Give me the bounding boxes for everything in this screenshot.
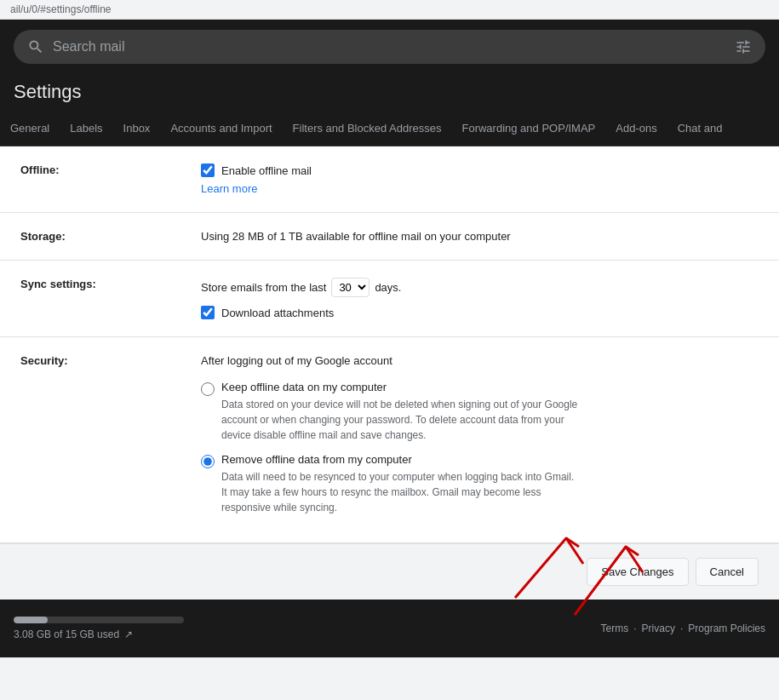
tab-labels[interactable]: Labels [60,113,112,146]
tab-filters[interactable]: Filters and Blocked Addresses [283,113,452,146]
remove-data-radio[interactable] [201,455,215,468]
tab-forwarding[interactable]: Forwarding and POP/IMAP [451,113,605,146]
url-bar: ail/u/0/#settings/offline [0,0,779,20]
store-prefix: Store emails from the last [201,281,326,294]
nav-tabs: General Labels Inbox Accounts and Import… [0,113,779,146]
security-subheader: After logging out of my Google account [201,354,765,367]
cancel-button[interactable]: Cancel [696,558,759,586]
sync-content: Store emails from the last 7 14 30 60 90… [187,261,779,337]
storage-label: Storage: [0,213,187,261]
remove-data-wrapper: Remove offline data from my computer Dat… [201,453,765,515]
sync-days-row: Store emails from the last 7 14 30 60 90… [201,278,765,297]
keep-data-radio[interactable] [201,382,215,396]
offline-row: Offline: Enable offline mail Learn more [0,146,779,213]
storage-info: 3.08 GB of 15 GB used ↗ [14,617,184,640]
security-label: Security: [0,337,187,543]
remove-data-description: Data will need to be resynced to your co… [221,469,579,515]
tab-inbox[interactable]: Inbox [113,113,161,146]
keep-data-description: Data stored on your device will not be d… [221,397,579,443]
storage-used-text: 3.08 GB of 15 GB used [14,628,119,640]
search-input[interactable] [53,39,726,55]
download-attachments-wrapper: Download attachments [201,306,765,319]
tune-icon[interactable] [735,38,752,55]
program-policies-link[interactable]: Program Policies [688,623,765,634]
offline-content: Enable offline mail Learn more [187,146,779,213]
remove-data-content: Remove offline data from my computer Dat… [221,453,579,515]
settings-table: Offline: Enable offline mail Learn more … [0,146,779,543]
main-content: Offline: Enable offline mail Learn more … [0,146,779,600]
search-icon [27,38,44,55]
download-attachments-checkbox[interactable] [201,306,215,319]
learn-more-link[interactable]: Learn more [201,182,257,195]
terms-link[interactable]: Terms [601,623,629,634]
tab-general[interactable]: General [0,113,60,146]
dot-1: · [633,623,636,634]
security-row: Security: After logging out of my Google… [0,337,779,543]
tab-chat[interactable]: Chat and [667,113,733,146]
storage-text: 3.08 GB of 15 GB used ↗ [14,628,184,640]
storage-bar-container [14,617,184,623]
keep-data-label: Keep offline data on my computer [221,381,387,393]
url-text: ail/u/0/#settings/offline [10,3,112,15]
tab-addons[interactable]: Add-ons [605,113,667,146]
sync-label: Sync settings: [0,261,187,337]
keep-data-content: Keep offline data on my computer Data st… [221,381,579,443]
search-input-wrapper [14,30,765,64]
search-bar [0,20,779,74]
storage-text: Using 28 MB of 1 TB available for offlin… [201,230,511,243]
enable-offline-checkbox[interactable] [201,164,215,177]
footer-links: Terms · Privacy · Program Policies [601,623,765,634]
privacy-link[interactable]: Privacy [642,623,675,634]
storage-bar-fill [14,617,48,623]
settings-title: Settings [14,81,765,113]
footer: 3.08 GB of 15 GB used ↗ Terms · Privacy … [0,600,779,657]
store-suffix: days. [375,281,401,294]
tab-accounts[interactable]: Accounts and Import [160,113,282,146]
buttons-row: Save Changes Cancel [0,543,779,600]
keep-data-wrapper: Keep offline data on my computer Data st… [201,381,765,443]
external-link-icon[interactable]: ↗ [124,628,133,640]
sync-row: Sync settings: Store emails from the las… [0,261,779,337]
days-select[interactable]: 7 14 30 60 90 [331,278,369,297]
enable-offline-wrapper: Enable offline mail [201,164,765,177]
storage-content: Using 28 MB of 1 TB available for offlin… [187,213,779,261]
storage-row: Storage: Using 28 MB of 1 TB available f… [0,213,779,261]
enable-offline-label: Enable offline mail [221,164,312,177]
remove-data-label: Remove offline data from my computer [221,453,412,466]
settings-header: Settings [0,74,779,113]
arrow-annotation [507,521,660,623]
security-content: After logging out of my Google account K… [187,337,779,543]
download-attachments-label: Download attachments [221,307,334,319]
dot-2: · [680,623,683,634]
offline-label: Offline: [0,146,187,213]
